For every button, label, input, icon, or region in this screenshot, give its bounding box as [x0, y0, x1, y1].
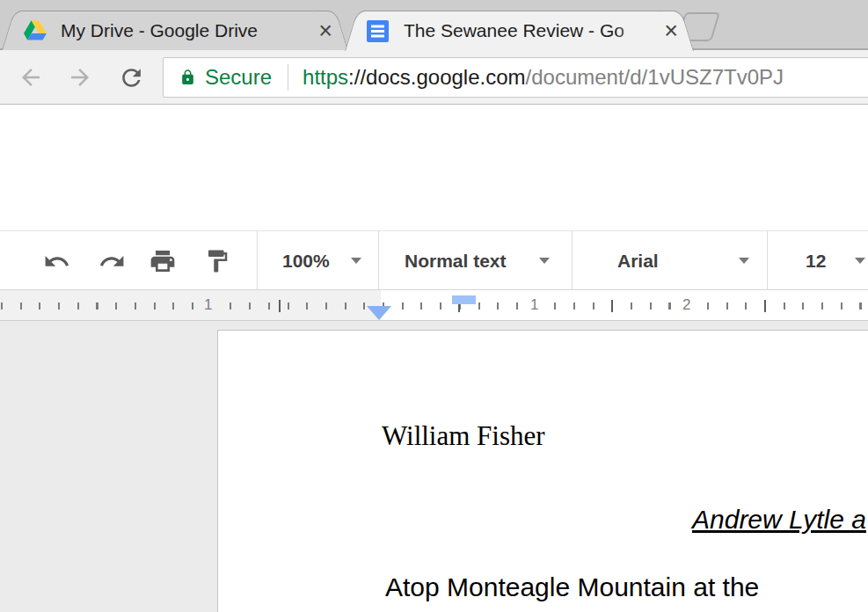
first-line-indent-marker[interactable] [452, 295, 476, 304]
url-text: https://docs.google.com/document/d/1vUSZ… [303, 65, 784, 90]
tab-my-drive[interactable]: My Drive - Google Drive × [7, 11, 343, 50]
chevron-down-icon [539, 258, 550, 264]
doc-author-line: William Fisher [382, 420, 545, 452]
print-button[interactable] [148, 246, 178, 276]
tab-title: The Sewanee Review - Go [404, 20, 624, 40]
undo-button[interactable] [41, 246, 71, 276]
browser-toolbar: Secure https://docs.google.com/document/… [0, 50, 868, 105]
zoom-value: 100% [282, 251, 330, 272]
docs-header: The Sewanee Review File Edit View Insert… [0, 105, 868, 230]
toolbar-divider [257, 231, 258, 290]
ruler-number: 1 [527, 295, 542, 315]
ruler-ticks [0, 302, 868, 310]
print-icon [149, 247, 177, 275]
ruler-tick [764, 300, 766, 312]
ruler-number: 2 [679, 295, 694, 315]
toolbar-divider [767, 231, 768, 290]
left-indent-marker[interactable] [367, 306, 391, 320]
undo-icon [43, 248, 70, 275]
tab-title: My Drive - Google Drive [61, 20, 258, 40]
paragraph-style-value: Normal text [405, 251, 507, 272]
document-page[interactable]: William Fisher Andrew Lytle a Atop Monte… [217, 330, 868, 612]
back-button[interactable] [16, 62, 46, 92]
doc-body-line: Atop Monteagle Mountain at the [385, 572, 759, 602]
toolbar-divider [572, 231, 573, 290]
redo-button[interactable] [97, 246, 127, 276]
font-size-select[interactable]: 12 [806, 231, 826, 290]
chevron-down-icon [855, 258, 865, 264]
redo-icon [98, 248, 126, 275]
ruler: 1 1 2 [0, 289, 868, 321]
ruler-tick [279, 300, 281, 312]
paint-format-button[interactable] [202, 246, 232, 276]
paint-format-icon [204, 248, 230, 274]
chevron-down-icon [351, 258, 361, 264]
tab-close-icon[interactable]: × [318, 19, 332, 42]
font-value: Arial [617, 251, 659, 272]
url-divider [288, 64, 288, 91]
paragraph-style-select[interactable]: Normal text [405, 231, 507, 290]
reload-button[interactable] [116, 62, 146, 92]
doc-heading-line: Andrew Lytle a [692, 505, 866, 535]
zoom-select[interactable]: 100% [282, 231, 330, 290]
font-select[interactable]: Arial [617, 231, 659, 290]
security-label: Secure [205, 65, 272, 90]
tab-close-icon[interactable]: × [664, 19, 678, 42]
address-bar[interactable]: Secure https://docs.google.com/document/… [163, 57, 868, 98]
docs-toolbar: 100% Normal text Arial 12 [0, 230, 868, 289]
tab-strip: My Drive - Google Drive × The Sewanee Re… [0, 0, 868, 50]
forward-button[interactable] [65, 62, 95, 92]
site-security-chip[interactable]: Secure [179, 65, 272, 90]
toolbar-divider [378, 231, 379, 290]
chevron-down-icon [739, 258, 749, 264]
ruler-tick [611, 300, 613, 312]
font-size-value: 12 [806, 251, 826, 272]
ruler-number: 1 [201, 295, 215, 315]
document-canvas: William Fisher Andrew Lytle a Atop Monte… [0, 321, 868, 612]
tab-sewanee-review[interactable]: The Sewanee Review - Go × [350, 11, 689, 51]
google-docs-icon [366, 19, 390, 43]
google-drive-icon [23, 18, 47, 42]
lock-icon [179, 68, 196, 87]
